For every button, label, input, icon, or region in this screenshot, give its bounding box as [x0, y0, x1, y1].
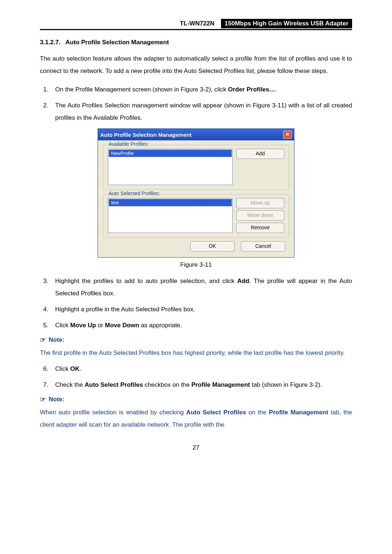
auto-selected-profiles-group: Auto Selected Profiles: test Move up Mov…: [103, 194, 289, 238]
steps-list-3: Click OK. Check the Auto Select Profiles…: [40, 363, 352, 391]
step-5: Click Move Up or Move Down as appropriat…: [50, 319, 352, 332]
section-title: Auto Profile Selection Management: [65, 39, 169, 46]
note-heading-1: ☞ Note:: [40, 336, 352, 344]
intro-paragraph: The auto selection feature allows the ad…: [40, 53, 352, 77]
note-heading-2: ☞ Note:: [40, 395, 352, 403]
page-number: 27: [40, 444, 352, 451]
add-button[interactable]: Add: [236, 149, 284, 159]
figure-caption: Figure 3-11: [40, 261, 352, 268]
step-4: Highlight a profile in the Auto Selected…: [50, 303, 352, 316]
list-item[interactable]: NewProfile: [109, 149, 232, 157]
ok-button[interactable]: OK: [190, 241, 234, 251]
remove-button[interactable]: Remove: [236, 223, 284, 233]
step-6: Click OK.: [50, 363, 352, 375]
step-2: The Auto Profiles Selection management w…: [50, 99, 352, 124]
close-icon: ✕: [285, 131, 290, 137]
dialog-title: Auto Profile Selection Management: [100, 132, 192, 138]
note-body-1: The first profile in the Auto Selected P…: [40, 347, 352, 359]
steps-list-1: On the Profile Management screen (shown …: [40, 83, 352, 124]
step-7: Check the Auto Select Profiles checkbox …: [50, 379, 352, 391]
auto-profile-dialog: Auto Profile Selection Management ✕ Avai…: [98, 128, 294, 258]
auto-selected-profiles-listbox[interactable]: test: [108, 198, 233, 233]
available-profiles-listbox[interactable]: NewProfile: [108, 149, 233, 185]
step-3: Highlight the profiles to add to auto pr…: [50, 275, 352, 300]
product-name: 150Mbps High Gain Wireless USB Adapter: [221, 19, 352, 28]
cancel-button[interactable]: Cancel: [241, 241, 285, 251]
available-profiles-group: Available Profiles: NewProfile Add: [103, 145, 289, 190]
pointing-hand-icon: ☞: [40, 336, 46, 344]
section-heading: 3.1.2.7. Auto Profile Selection Manageme…: [40, 39, 352, 46]
document-header: 150Mbps High Gain Wireless USB Adapter T…: [40, 18, 352, 30]
close-button[interactable]: ✕: [283, 131, 292, 139]
model-number: TL-WN722N: [180, 19, 214, 27]
move-down-button[interactable]: Move down: [236, 210, 284, 221]
dialog-titlebar: Auto Profile Selection Management ✕: [98, 129, 294, 140]
auto-selected-profiles-legend: Auto Selected Profiles:: [107, 190, 162, 196]
note-label: Note:: [49, 396, 64, 403]
move-up-button[interactable]: Move up: [236, 198, 284, 208]
section-number: 3.1.2.7.: [40, 39, 61, 46]
available-profiles-legend: Available Profiles:: [107, 141, 150, 147]
note-body-2: When auto profile selection is enabled b…: [40, 406, 352, 431]
step-1: On the Profile Management screen (shown …: [50, 83, 352, 96]
note-label: Note:: [49, 336, 64, 344]
dialog-figure: Auto Profile Selection Management ✕ Avai…: [40, 128, 352, 258]
list-item[interactable]: test: [109, 199, 232, 206]
steps-list-2: Highlight the profiles to add to auto pr…: [40, 275, 352, 332]
pointing-hand-icon: ☞: [40, 395, 46, 403]
